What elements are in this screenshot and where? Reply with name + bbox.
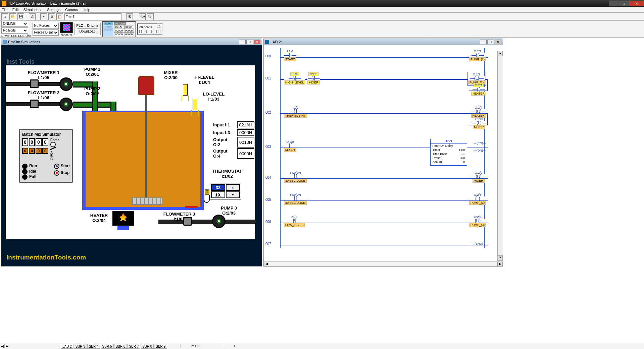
- scan-close-icon[interactable]: ×: [157, 23, 161, 27]
- batch-digit[interactable]: 0: [29, 138, 35, 146]
- rung-006[interactable]: 006I:1/3—]/[—LOW_LEVELO:2/3—(U)—PUMP_(3): [274, 214, 491, 234]
- mode-pgm[interactable]: PGM: [104, 28, 113, 31]
- instruction[interactable]: T4:0/DN—] [—30 SEC DONE: [284, 193, 307, 205]
- scroll-left-icon[interactable]: ◀: [264, 262, 269, 266]
- instruction[interactable]: I:1/3—]/[—LOW_LEVEL: [284, 215, 305, 227]
- zoom-in-icon[interactable]: 🔍+: [139, 13, 146, 20]
- tab-scroll-right-icon[interactable]: ▶: [5, 344, 9, 348]
- subroutine-tab[interactable]: SBR 5: [101, 344, 114, 349]
- ladder-window: LAD 2: — □ ✕ ▲▼ 000I:1/0—] [—STARTO:2/1—…: [263, 39, 503, 267]
- rung-number: 007: [265, 242, 271, 246]
- output-instruction[interactable]: O:2/3—(U)—PUMP_(3): [469, 215, 486, 227]
- start-button[interactable]: [54, 164, 59, 169]
- instruction[interactable]: O:2/0—] [—MIXER: [284, 140, 296, 152]
- rung-001[interactable]: 001I:1/4—]/[—HIGH_LEVELO:2/0—]/[—MIXERO:…: [274, 70, 491, 103]
- run-label: Run: [29, 164, 37, 168]
- zoom-out-icon[interactable]: 🔍-: [147, 13, 154, 20]
- subroutine-tab[interactable]: SBR 7: [127, 344, 140, 349]
- rung-000[interactable]: 000I:1/0—] [—STARTO:2/1—( )—PUMP_(1): [274, 48, 491, 68]
- subroutine-tab[interactable]: SBR 4: [87, 344, 100, 349]
- subroutine-tab[interactable]: SBR 6: [114, 344, 127, 349]
- output-instruction[interactable]: O:2/4—(U)—HEATER: [471, 106, 486, 118]
- output-instruction[interactable]: O:2/0—(U)—MIXER: [471, 171, 486, 183]
- online-select[interactable]: ONLINE: [1, 21, 28, 27]
- ladder-vscroll[interactable]: ▲▼: [497, 51, 503, 261]
- subroutine-tab[interactable]: SBR 8: [141, 344, 154, 349]
- stop-button[interactable]: [54, 170, 59, 176]
- instruction[interactable]: I:1/4—]/[—HIGH_LEVEL: [284, 72, 305, 84]
- maximize-button[interactable]: □: [619, 0, 629, 6]
- tools-icon[interactable]: 🛠: [126, 13, 133, 20]
- full-label: Full: [29, 174, 36, 179]
- print-icon[interactable]: 🖨: [29, 13, 36, 20]
- prosim-max-button[interactable]: □: [246, 40, 253, 44]
- prosim-close-button[interactable]: ✕: [254, 40, 260, 44]
- batch-digit[interactable]: 0: [22, 138, 28, 146]
- ladder-hscroll[interactable]: ◀▶: [264, 261, 503, 266]
- menu-settings[interactable]: Settings: [47, 8, 61, 12]
- paste-icon[interactable]: 📋: [56, 13, 63, 20]
- subroutine-tab[interactable]: LAD 2: [61, 344, 73, 349]
- save-icon[interactable]: 💾: [17, 13, 24, 20]
- prosim-min-button[interactable]: —: [239, 40, 246, 44]
- forces-disabled-select[interactable]: Forces Disabled: [33, 30, 59, 36]
- menu-file[interactable]: File: [2, 8, 8, 12]
- rung-number: 000: [265, 54, 271, 58]
- download-button[interactable]: DownLoad: [77, 28, 98, 34]
- selector-lever-icon[interactable]: [50, 147, 56, 150]
- ladder-min-button[interactable]: —: [480, 40, 487, 44]
- ladder-max-button[interactable]: □: [487, 40, 494, 44]
- output-instruction[interactable]: O:2/4—( )—HEATER: [471, 83, 486, 96]
- batch-bcd: 0: [29, 148, 35, 154]
- ladder-close-button[interactable]: ✕: [495, 40, 501, 44]
- rung-002[interactable]: 002I:1/2—] [—THERMOSTATO:2/4—(U)—HEATERO…: [274, 105, 491, 137]
- batch-digit[interactable]: 0: [36, 138, 42, 146]
- batch-digit[interactable]: 0: [42, 138, 48, 146]
- io-table: Input I:1021AH Input I:30000H Output O:2…: [211, 121, 255, 160]
- rung-005[interactable]: 005T4:0/DN—] [—30 SEC DONEO:2/3—(L)—PUMP…: [274, 192, 491, 212]
- instruction[interactable]: I:1/0—] [—START: [284, 50, 296, 61]
- output-instruction[interactable]: O:2/0—(L)—MIXER: [472, 117, 486, 129]
- forces-select[interactable]: No Forces: [33, 23, 59, 29]
- timer-instruction[interactable]: TONTimer On DelayTimerT4:0Time Base0.1Pr…: [430, 139, 467, 166]
- minimize-button[interactable]: —: [609, 0, 619, 6]
- instruction[interactable]: T4:0/DN—] [—30 SEC DONE: [284, 171, 307, 183]
- rung-003[interactable]: 003O:2/0—] [—MIXERTONTimer On DelayTimer…: [274, 139, 491, 168]
- output-instruction[interactable]: O:2/3—(L)—PUMP_(3): [469, 193, 486, 205]
- scroll-right-icon[interactable]: ▶: [497, 262, 503, 266]
- menu-simulations[interactable]: Simulations: [23, 8, 43, 12]
- edits-select[interactable]: No Edits: [1, 27, 28, 34]
- copy-icon[interactable]: ⧉: [48, 13, 55, 20]
- open-file-icon[interactable]: 📂: [9, 13, 16, 20]
- sel-c: C: [50, 157, 53, 161]
- enter-switch[interactable]: [50, 142, 56, 147]
- rung-004[interactable]: 004T4:0/DN—] [—30 SEC DONEO:2/0—(U)—MIXE…: [274, 170, 491, 190]
- tab-scroll-left-icon[interactable]: ◀: [0, 344, 5, 348]
- output-instruction[interactable]: O:2/1—( )—PUMP_(1): [469, 50, 486, 61]
- new-file-icon[interactable]: □: [1, 13, 8, 20]
- mode-step[interactable]: STEP: [104, 25, 113, 28]
- rung-007[interactable]: 007—(END)—: [274, 236, 491, 256]
- menu-edit[interactable]: Edit: [12, 8, 19, 12]
- instruction[interactable]: O:2/0—]/[—MIXER: [307, 72, 320, 84]
- hi-level-icon: [183, 84, 188, 96]
- menu-help[interactable]: Help: [83, 8, 90, 12]
- instruction[interactable]: I:1/2—] [—THERMOSTAT: [284, 106, 307, 118]
- thermostat-label: THERMOSTATI:1/02: [209, 169, 246, 179]
- driver-label: Driver: CSS DDE-Link: [1, 34, 31, 38]
- mode-run[interactable]: RUN: [104, 22, 113, 25]
- thermo-up-button[interactable]: ▲: [226, 184, 240, 191]
- thermostat-panel[interactable]: 32▲ 19.▼: [210, 183, 241, 199]
- cut-icon[interactable]: ✂: [40, 13, 47, 20]
- close-button[interactable]: ✕: [629, 0, 644, 6]
- start-label: Start: [61, 164, 70, 168]
- io-out-value: 0010H: [125, 25, 135, 29]
- subroutine-tab[interactable]: SBR 9: [154, 344, 167, 349]
- subroutine-tab[interactable]: SBR 3: [74, 344, 87, 349]
- address-input[interactable]: [64, 13, 121, 20]
- scroll-up-icon[interactable]: ▲: [498, 51, 503, 56]
- menu-comms[interactable]: Comms: [65, 8, 78, 12]
- plc-key-icon[interactable]: [60, 22, 73, 33]
- scroll-down-icon[interactable]: ▼: [498, 255, 503, 261]
- thermo-down-button[interactable]: ▼: [226, 191, 240, 198]
